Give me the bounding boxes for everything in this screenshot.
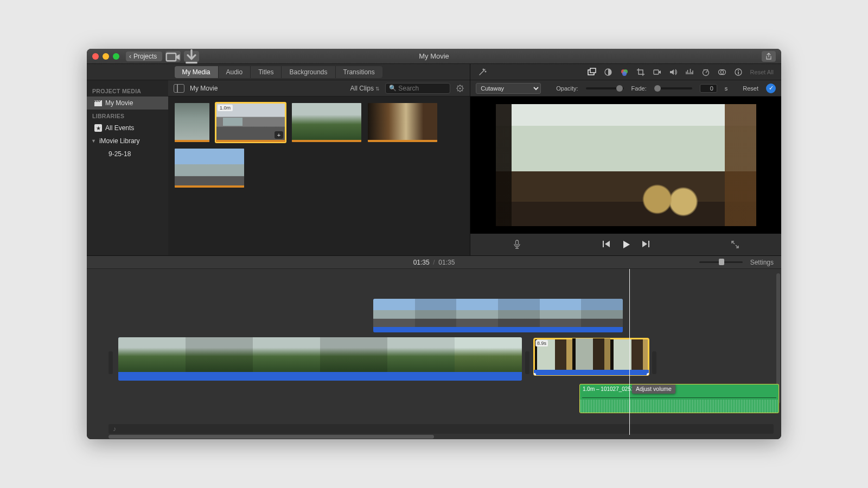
add-clip-button[interactable]: + bbox=[275, 131, 283, 139]
search-input[interactable] bbox=[398, 85, 442, 92]
apply-checkbox[interactable]: ✓ bbox=[766, 84, 776, 93]
timeline-info-bar: 01:35 / 01:35 Settings bbox=[87, 256, 781, 269]
prev-frame-button[interactable] bbox=[602, 240, 611, 249]
clip-grid[interactable]: 1.0m + bbox=[168, 97, 470, 255]
share-button[interactable] bbox=[762, 51, 776, 62]
timeline-horizontal-scrollbar[interactable] bbox=[108, 435, 434, 439]
fullscreen-button[interactable] bbox=[731, 241, 739, 248]
video-overlay-button[interactable] bbox=[588, 68, 596, 76]
voiceover-button[interactable] bbox=[513, 240, 521, 249]
svg-rect-19 bbox=[648, 241, 649, 247]
back-to-projects-button[interactable]: ‹ Projects bbox=[126, 52, 162, 61]
clip-duration-badge: 1.0m bbox=[218, 105, 233, 111]
tab-transitions[interactable]: Transitions bbox=[336, 66, 382, 78]
search-icon: 🔍 bbox=[389, 85, 397, 92]
color-correction-button[interactable] bbox=[620, 68, 629, 76]
minimize-window-icon[interactable] bbox=[103, 53, 109, 60]
tab-audio[interactable]: Audio bbox=[219, 66, 251, 78]
sidebar-item-library[interactable]: ▼ iMovie Library bbox=[87, 134, 168, 147]
play-button[interactable] bbox=[621, 240, 631, 249]
opacity-slider[interactable] bbox=[586, 87, 624, 89]
fade-label: Fade: bbox=[631, 85, 647, 92]
fade-slider[interactable] bbox=[654, 87, 692, 89]
window-title: My Movie bbox=[419, 52, 449, 60]
reset-button[interactable]: Reset bbox=[743, 85, 758, 92]
clip-filter-dropdown[interactable]: All Clips ⇅ bbox=[350, 85, 380, 92]
timeline-zoom-slider[interactable] bbox=[699, 261, 743, 263]
transition-gap[interactable] bbox=[525, 351, 529, 374]
sidebar-item-event[interactable]: 9-25-18 bbox=[87, 147, 168, 160]
tab-backgrounds[interactable]: Backgrounds bbox=[282, 66, 335, 78]
color-balance-button[interactable] bbox=[604, 68, 612, 76]
zoom-window-icon[interactable] bbox=[113, 53, 119, 60]
sidebar-item-all-events[interactable]: ★ All Events bbox=[87, 121, 168, 134]
svg-rect-18 bbox=[603, 241, 604, 247]
svg-point-15 bbox=[738, 70, 739, 71]
clip-edge-handle[interactable] bbox=[108, 351, 113, 374]
primary-clip[interactable] bbox=[118, 337, 522, 381]
clip-thumbnail-selected[interactable]: 1.0m + bbox=[216, 103, 285, 142]
noise-reduction-button[interactable] bbox=[685, 68, 694, 76]
primary-clip-selected[interactable]: 8.9s bbox=[534, 338, 649, 375]
timecode-display: 01:35 / 01:35 bbox=[413, 259, 455, 266]
overlay-mode-select[interactable]: Cutaway bbox=[476, 83, 541, 94]
svg-rect-17 bbox=[516, 240, 519, 245]
clip-thumbnail[interactable] bbox=[368, 103, 437, 142]
audio-clip[interactable]: 1.0m – 101027_0251 Adjust volume bbox=[579, 384, 779, 413]
window-controls bbox=[92, 53, 119, 60]
library-sidebar[interactable]: PROJECT MEDIA My Movie LIBRARIES ★ All E… bbox=[87, 80, 168, 255]
music-note-icon: ♪ bbox=[113, 425, 116, 433]
svg-rect-10 bbox=[654, 70, 659, 74]
titlebar: ‹ Projects My Movie bbox=[87, 49, 781, 64]
clip-thumbnail[interactable] bbox=[292, 103, 361, 142]
reset-all-button[interactable]: Reset All bbox=[750, 69, 774, 75]
toggle-sidebar-button[interactable] bbox=[174, 84, 184, 93]
import-media-button[interactable] bbox=[165, 51, 181, 62]
chevron-left-icon: ‹ bbox=[129, 53, 131, 60]
viewer-panel: Reset All Cutaway Opacity: Fade: 0 s Res… bbox=[470, 64, 781, 255]
sidebar-header-project: PROJECT MEDIA bbox=[87, 85, 168, 97]
tooltip: Adjust volume bbox=[632, 384, 675, 394]
volume-button[interactable] bbox=[669, 68, 678, 76]
crop-button[interactable] bbox=[636, 68, 645, 76]
transport-controls bbox=[470, 234, 781, 255]
svg-point-3 bbox=[459, 87, 461, 89]
audio-clip-label: 1.0m – 101027_0251 bbox=[583, 386, 634, 392]
fade-value-field[interactable]: 0 bbox=[700, 84, 717, 93]
clip-edge-handle[interactable] bbox=[652, 351, 656, 374]
preview-viewer[interactable] bbox=[470, 97, 781, 234]
adjustments-toolbar: Reset All bbox=[470, 64, 781, 80]
svg-rect-16 bbox=[738, 72, 739, 74]
svg-rect-1 bbox=[94, 102, 102, 106]
next-frame-button[interactable] bbox=[641, 240, 650, 249]
clapboard-icon bbox=[94, 100, 102, 106]
back-label: Projects bbox=[133, 53, 157, 60]
speed-button[interactable] bbox=[701, 68, 710, 76]
playhead[interactable] bbox=[629, 269, 630, 435]
filters-button[interactable] bbox=[718, 68, 726, 76]
close-window-icon[interactable] bbox=[92, 53, 99, 60]
sidebar-header-libraries: LIBRARIES bbox=[87, 110, 168, 121]
tab-my-media[interactable]: My Media bbox=[175, 66, 219, 78]
opacity-label: Opacity: bbox=[556, 85, 578, 92]
clip-thumbnail[interactable] bbox=[175, 149, 244, 188]
svg-rect-0 bbox=[167, 53, 176, 61]
browser-settings-button[interactable] bbox=[456, 84, 464, 93]
download-button[interactable] bbox=[184, 51, 199, 62]
volume-line[interactable] bbox=[582, 397, 776, 398]
disclosure-triangle-icon[interactable]: ▼ bbox=[91, 138, 96, 144]
info-button[interactable] bbox=[734, 68, 743, 76]
browser-tabs: My Media Audio Titles Backgrounds Transi… bbox=[87, 64, 470, 80]
overlay-clip[interactable] bbox=[373, 299, 623, 332]
sidebar-item-project[interactable]: My Movie bbox=[87, 97, 168, 110]
media-browser: My Media Audio Titles Backgrounds Transi… bbox=[87, 64, 470, 255]
tab-titles[interactable]: Titles bbox=[251, 66, 282, 78]
timeline[interactable]: 8.9s 1.0m – 101027_0251 Adjust volume ♪ bbox=[87, 269, 781, 439]
clip-thumbnail[interactable] bbox=[175, 103, 209, 142]
background-music-well[interactable]: ♪ bbox=[108, 424, 774, 434]
timeline-settings-button[interactable]: Settings bbox=[750, 259, 774, 266]
auto-enhance-button[interactable] bbox=[478, 68, 487, 76]
stabilization-button[interactable] bbox=[653, 68, 661, 76]
clip-duration-badge: 8.9s bbox=[535, 340, 548, 346]
search-field[interactable]: 🔍 bbox=[385, 83, 450, 94]
